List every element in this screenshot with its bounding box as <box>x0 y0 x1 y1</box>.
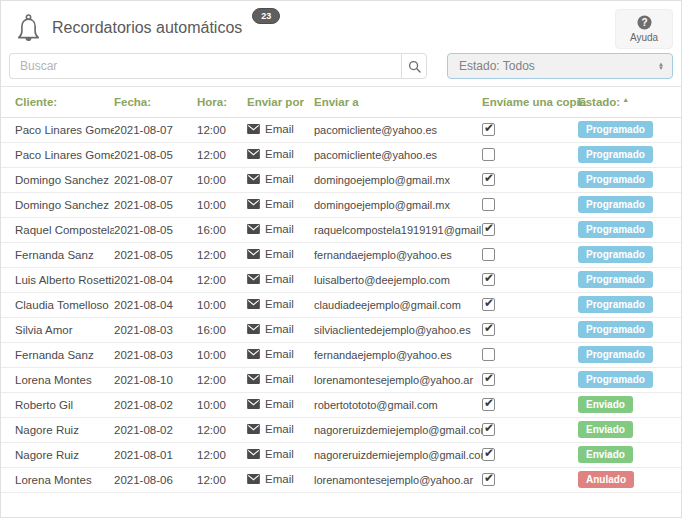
help-button[interactable]: ? Ayuda <box>615 9 673 49</box>
email-icon <box>247 424 260 434</box>
enviar-por-label: Email <box>265 473 294 485</box>
cell-hora: 16:00 <box>197 217 247 242</box>
table-row: Domingo Sanchez 2021-08-05 10:00 Email d… <box>1 192 681 217</box>
table-row: Paco Linares Gomez 2021-08-05 12:00 Emai… <box>1 142 681 167</box>
cell-fecha: 2021-08-02 <box>114 392 197 417</box>
enviar-por-label: Email <box>265 173 294 185</box>
cell-fecha: 2021-08-07 <box>114 117 197 142</box>
copy-checkbox[interactable] <box>482 323 495 336</box>
status-badge: Programado <box>578 321 653 338</box>
copy-checkbox[interactable] <box>482 273 495 286</box>
enviar-por-label: Email <box>265 373 294 385</box>
search-input[interactable] <box>9 53 401 79</box>
sort-asc-icon: ▲ <box>622 96 629 103</box>
table-row: Fernanda Sanz 2021-08-05 12:00 Email fer… <box>1 242 681 267</box>
email-icon <box>247 174 260 184</box>
cell-enviar-por: Email <box>247 173 294 185</box>
table-row: Nagore Ruiz 2021-08-01 12:00 Email nagor… <box>1 442 681 467</box>
cell-cliente: Luis Alberto Rosetti <box>1 267 114 292</box>
cell-fecha: 2021-08-05 <box>114 192 197 217</box>
cell-enviar-por: Email <box>247 248 294 260</box>
cell-enviar-a: domingoejemplo@gmail.mx <box>314 167 482 192</box>
cell-cliente: Lorena Montes <box>1 467 114 492</box>
cell-fecha: 2021-08-07 <box>114 167 197 192</box>
enviar-por-label: Email <box>265 323 294 335</box>
cell-enviar-por: Email <box>247 198 294 210</box>
column-header-estado[interactable]: Estado:▲ <box>578 87 681 117</box>
copy-checkbox[interactable] <box>482 373 495 386</box>
cell-hora: 12:00 <box>197 267 247 292</box>
copy-checkbox[interactable] <box>482 198 495 211</box>
enviar-por-label: Email <box>265 398 294 410</box>
help-label: Ayuda <box>630 32 658 43</box>
cell-cliente: Claudia Tomelloso <box>1 292 114 317</box>
status-badge: Programado <box>578 371 653 388</box>
copy-checkbox[interactable] <box>482 123 495 136</box>
copy-checkbox[interactable] <box>482 148 495 161</box>
copy-checkbox[interactable] <box>482 423 495 436</box>
status-badge: Programado <box>578 246 653 263</box>
cell-enviar-a: domingoejemplo@gmail.mx <box>314 192 482 217</box>
cell-enviar-por: Email <box>247 398 294 410</box>
estado-filter-select[interactable]: Estado: Todos ▲▼ <box>447 53 673 79</box>
copy-checkbox[interactable] <box>482 298 495 311</box>
cell-enviar-a: raquelcompostela1919191@gmail.com <box>314 217 482 242</box>
email-icon <box>247 249 260 259</box>
column-header-copia[interactable]: Envíame una copia <box>482 87 578 117</box>
status-badge: Programado <box>578 196 653 213</box>
email-icon <box>247 324 260 334</box>
cell-enviar-por: Email <box>247 473 294 485</box>
cell-cliente: Paco Linares Gomez <box>1 117 114 142</box>
cell-enviar-por: Email <box>247 223 294 235</box>
column-header-enviar-por[interactable]: Enviar por <box>247 87 314 117</box>
copy-checkbox[interactable] <box>482 398 495 411</box>
cell-fecha: 2021-08-10 <box>114 367 197 392</box>
column-header-fecha[interactable]: Fecha: <box>114 87 197 117</box>
cell-fecha: 2021-08-05 <box>114 217 197 242</box>
cell-cliente: Fernanda Sanz <box>1 342 114 367</box>
cell-fecha: 2021-08-05 <box>114 142 197 167</box>
svg-text:?: ? <box>641 17 647 28</box>
cell-enviar-a: lorenamontesejemplo@yahoo.ar <box>314 367 482 392</box>
copy-checkbox[interactable] <box>482 223 495 236</box>
cell-enviar-a: nagoreruizdemiejemplo@gmail.com <box>314 417 482 442</box>
cell-enviar-a: robertotototo@gmail.com <box>314 392 482 417</box>
email-icon <box>247 224 260 234</box>
copy-checkbox[interactable] <box>482 173 495 186</box>
email-icon <box>247 149 260 159</box>
cell-cliente: Domingo Sanchez <box>1 167 114 192</box>
cell-hora: 10:00 <box>197 192 247 217</box>
cell-hora: 12:00 <box>197 142 247 167</box>
select-stepper-icon: ▲▼ <box>658 62 664 70</box>
cell-enviar-por: Email <box>247 123 294 135</box>
cell-enviar-a: claudiadeejemplo@gmail.com <box>314 292 482 317</box>
copy-checkbox[interactable] <box>482 348 495 361</box>
column-header-cliente[interactable]: Cliente: <box>1 87 114 117</box>
question-icon: ? <box>637 15 652 30</box>
cell-enviar-por: Email <box>247 148 294 160</box>
copy-checkbox[interactable] <box>482 448 495 461</box>
cell-hora: 12:00 <box>197 117 247 142</box>
cell-cliente: Raquel Compostela <box>1 217 114 242</box>
column-header-hora[interactable]: Hora: <box>197 87 247 117</box>
status-badge: Programado <box>578 221 653 238</box>
toolbar: Estado: Todos ▲▼ <box>1 49 681 81</box>
cell-enviar-a: nagoreruizdemiejemplo@gmail.com <box>314 442 482 467</box>
enviar-por-label: Email <box>265 448 294 460</box>
status-badge: Programado <box>578 146 653 163</box>
search-button[interactable] <box>401 53 427 79</box>
column-header-enviar-a[interactable]: Enviar a <box>314 87 482 117</box>
copy-checkbox[interactable] <box>482 473 495 486</box>
enviar-por-label: Email <box>265 123 294 135</box>
title-bar: Recordatorios automáticos 23 ? Ayuda <box>1 1 681 49</box>
cell-fecha: 2021-08-05 <box>114 242 197 267</box>
cell-cliente: Silvia Amor <box>1 317 114 342</box>
table-row: Fernanda Sanz 2021-08-03 10:00 Email fer… <box>1 342 681 367</box>
cell-hora: 12:00 <box>197 367 247 392</box>
copy-checkbox[interactable] <box>482 248 495 261</box>
status-badge: Programado <box>578 271 653 288</box>
email-icon <box>247 199 260 209</box>
table-row: Paco Linares Gomez 2021-08-07 12:00 Emai… <box>1 117 681 142</box>
email-icon <box>247 449 260 459</box>
cell-hora: 10:00 <box>197 167 247 192</box>
